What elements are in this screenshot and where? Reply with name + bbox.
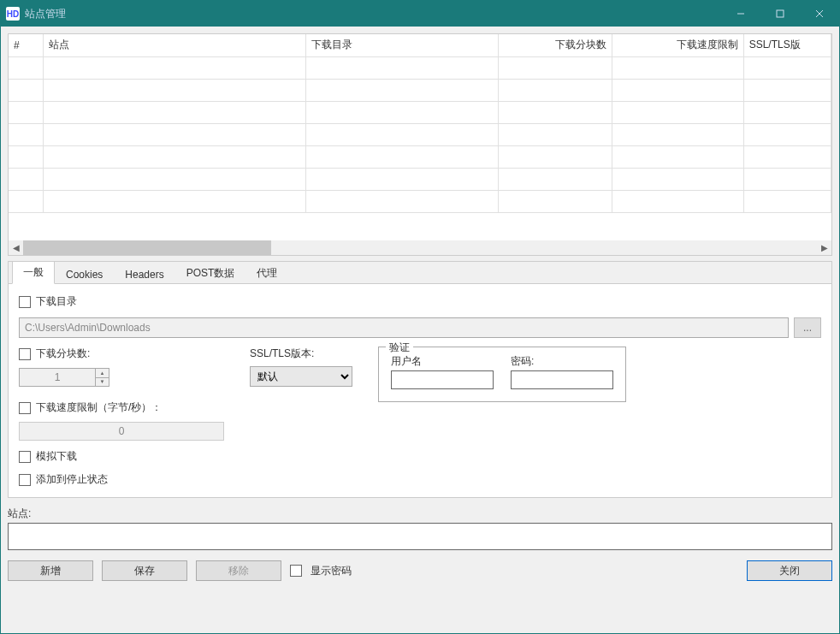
tabs-container: 一般 Cookies Headers POST数据 代理 下载目录 ... [8, 261, 832, 498]
ssl-version-select[interactable]: 默认 [250, 366, 352, 387]
table-row[interactable] [9, 168, 831, 190]
scroll-track[interactable] [23, 240, 817, 255]
col-ssl-version[interactable]: SSL/TLS版 [743, 34, 831, 56]
site-manager-window: HD 站点管理 [0, 0, 840, 634]
col-site[interactable]: 站点 [44, 34, 306, 56]
download-dir-label: 下载目录 [36, 294, 77, 309]
ssl-label: SSL/TLS版本: [250, 347, 352, 361]
svg-rect-1 [777, 10, 784, 17]
tab-general[interactable]: 一般 [12, 261, 55, 284]
close-window-button[interactable] [800, 1, 839, 27]
tab-strip: 一般 Cookies Headers POST数据 代理 [9, 262, 831, 284]
scroll-left-icon[interactable]: ◀ [9, 240, 23, 255]
table-row[interactable] [9, 101, 831, 123]
add-stopped-label: 添加到停止状态 [36, 472, 108, 487]
browse-button[interactable]: ... [794, 317, 821, 338]
titlebar: HD 站点管理 [1, 1, 839, 27]
parts-spin-up-icon[interactable]: ▲ [96, 369, 109, 378]
site-input[interactable] [8, 523, 832, 550]
table-row[interactable] [9, 79, 831, 101]
bottom-button-bar: 新增 保存 移除 显示密码 关闭 [8, 560, 832, 581]
download-dir-checkbox[interactable] [19, 296, 31, 308]
tab-headers[interactable]: Headers [114, 264, 175, 284]
parts-label: 下载分块数: [36, 347, 90, 361]
save-button[interactable]: 保存 [102, 560, 187, 581]
close-button[interactable]: 关闭 [747, 560, 832, 581]
remove-button[interactable]: 移除 [196, 560, 281, 581]
password-label: 密码: [511, 354, 613, 369]
show-password-checkbox[interactable] [290, 565, 302, 577]
add-stopped-checkbox[interactable] [19, 474, 31, 486]
username-input[interactable] [391, 370, 494, 389]
site-section: 站点: [8, 507, 832, 550]
parts-input[interactable] [19, 368, 96, 387]
sites-table-container: # 站点 下载目录 下载分块数 下载速度限制 SSL/TLS版 [8, 33, 832, 256]
table-header-row: # 站点 下载目录 下载分块数 下载速度限制 SSL/TLS版 [9, 34, 831, 56]
col-download-dir[interactable]: 下载目录 [306, 34, 499, 56]
col-index[interactable]: # [9, 34, 44, 56]
speed-limit-input[interactable] [19, 422, 224, 441]
auth-legend: 验证 [386, 341, 413, 355]
col-speed-limit[interactable]: 下载速度限制 [612, 34, 743, 56]
auth-fieldset: 验证 用户名 密码: [378, 347, 626, 402]
table-row[interactable] [9, 190, 831, 212]
tab-content-general: 下载目录 ... 下载分块数: ▲ [9, 284, 831, 497]
scroll-thumb[interactable] [23, 240, 271, 255]
parts-spinner[interactable]: ▲ ▼ [19, 368, 224, 387]
table-row[interactable] [9, 145, 831, 168]
site-label: 站点: [8, 507, 832, 521]
simulate-download-checkbox[interactable] [19, 451, 31, 463]
col-parts[interactable]: 下载分块数 [499, 34, 612, 56]
simulate-download-label: 模拟下载 [36, 449, 77, 464]
parts-checkbox[interactable] [19, 348, 31, 360]
speed-limit-label: 下载速度限制（字节/秒）： [36, 400, 162, 415]
username-label: 用户名 [391, 354, 494, 369]
minimize-button[interactable] [721, 1, 760, 27]
table-row[interactable] [9, 123, 831, 145]
horizontal-scrollbar[interactable]: ◀ ▶ [9, 240, 831, 255]
table-row[interactable] [9, 56, 831, 79]
download-dir-input[interactable] [19, 317, 789, 338]
app-logo-icon: HD [6, 7, 20, 21]
parts-spin-down-icon[interactable]: ▼ [96, 378, 109, 387]
window-title: 站点管理 [25, 7, 66, 21]
tab-proxy[interactable]: 代理 [245, 262, 288, 284]
tab-cookies[interactable]: Cookies [55, 264, 114, 284]
sites-table[interactable]: # 站点 下载目录 下载分块数 下载速度限制 SSL/TLS版 [9, 34, 831, 213]
maximize-button[interactable] [760, 1, 800, 27]
show-password-label: 显示密码 [311, 564, 352, 578]
add-button[interactable]: 新增 [8, 560, 93, 581]
scroll-right-icon[interactable]: ▶ [817, 240, 831, 255]
tab-post-data[interactable]: POST数据 [175, 262, 246, 284]
content-area: # 站点 下载目录 下载分块数 下载速度限制 SSL/TLS版 [1, 27, 839, 633]
speed-limit-checkbox[interactable] [19, 402, 31, 414]
password-input[interactable] [511, 370, 613, 389]
